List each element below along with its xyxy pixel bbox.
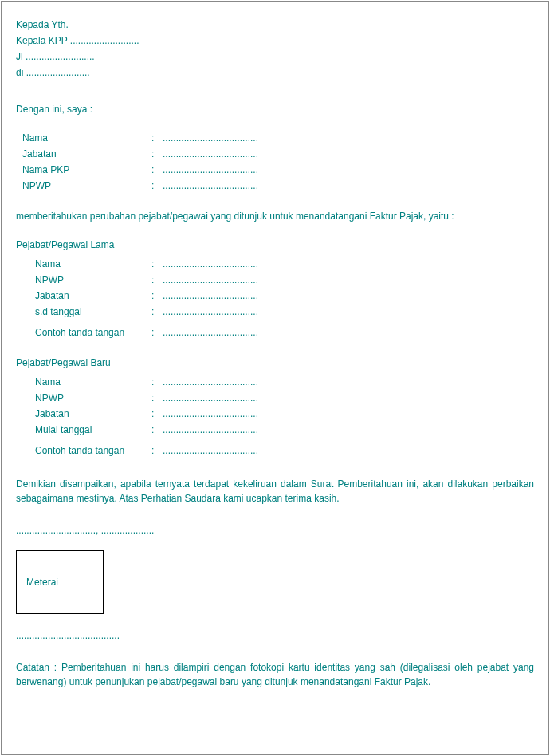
dots: .................................... [163,423,258,437]
label-ttd: Contoh tanda tangan [16,443,151,458]
dots: .................................... [163,131,258,145]
label-npwp: NPWP [16,273,151,287]
label-mulai: Mulai tanggal [16,423,151,437]
new-official-heading: Pejabat/Pegawai Baru [16,356,534,370]
colon: : [151,391,163,405]
dots: .................................... [163,163,258,177]
colon: : [151,131,163,145]
closing-paragraph: Demikian disampaikan, apabila ternyata t… [16,477,534,506]
field-row-jabatan: Jabatan : ..............................… [16,147,534,161]
label-jabatan: Jabatan [16,147,151,161]
catatan-note: Catatan : Pemberitahuan ini harus dilamp… [16,660,534,689]
dots: .................................... [163,147,258,161]
colon: : [151,163,163,177]
kepada-line: Kepada Yth. [16,18,534,32]
di-line: di ........................ [16,65,534,80]
colon: : [151,273,163,287]
new-row-ttd: Contoh tanda tangan : ..................… [16,443,534,458]
dots: .................................... [163,257,258,271]
label-sd: s.d tanggal [16,305,151,319]
label-nama: Nama [16,131,151,145]
colon: : [151,407,163,421]
dots: .................................... [163,325,258,340]
label-jabatan: Jabatan [16,407,151,421]
jl-line: Jl .......................... [16,49,534,64]
date-place-line: .............................., ........… [16,523,534,537]
colon: : [151,375,163,389]
dots: .................................... [163,375,258,389]
dots: .................................... [163,305,258,319]
intro-line: Dengan ini, saya : [16,102,534,116]
kepala-kpp-line: Kepala KPP .......................... [16,33,534,48]
signature-dots: ....................................... [16,628,534,643]
field-row-nama-pkp: Nama PKP : .............................… [16,163,534,177]
dots: .................................... [163,443,258,458]
meterai-box: Meterai [16,550,104,614]
dots: .................................... [163,273,258,287]
old-row-sd-tanggal: s.d tanggal : ..........................… [16,305,534,319]
colon: : [151,423,163,437]
field-row-nama: Nama : .................................… [16,131,534,145]
old-row-jabatan: Jabatan : ..............................… [16,289,534,303]
dots: .................................... [163,179,258,193]
dots: .................................... [163,289,258,303]
new-row-npwp: NPWP : .................................… [16,391,534,405]
old-row-npwp: NPWP : .................................… [16,273,534,287]
new-row-jabatan: Jabatan : ..............................… [16,407,534,421]
field-row-npwp: NPWP : .................................… [16,179,534,193]
label-ttd: Contoh tanda tangan [16,325,151,340]
new-row-mulai-tanggal: Mulai tanggal : ........................… [16,423,534,437]
dots: .................................... [163,391,258,405]
old-row-nama: Nama : .................................… [16,257,534,271]
colon: : [151,289,163,303]
colon: : [151,179,163,193]
notify-sentence: memberitahukan perubahan pejabat/pegawai… [16,209,534,223]
colon: : [151,147,163,161]
new-row-nama: Nama : .................................… [16,375,534,389]
label-npwp: NPWP [16,391,151,405]
meterai-label: Meterai [26,575,58,589]
colon: : [151,443,163,458]
addressee-block: Kepada Yth. Kepala KPP .................… [16,18,534,80]
label-nama: Nama [16,257,151,271]
label-jabatan: Jabatan [16,289,151,303]
old-row-ttd: Contoh tanda tangan : ..................… [16,325,534,340]
label-nama: Nama [16,375,151,389]
old-official-heading: Pejabat/Pegawai Lama [16,238,534,252]
colon: : [151,257,163,271]
dots: .................................... [163,407,258,421]
colon: : [151,325,163,340]
colon: : [151,305,163,319]
label-nama-pkp: Nama PKP [16,163,151,177]
label-npwp: NPWP [16,179,151,193]
document-page: Kepada Yth. Kepala KPP .................… [1,1,549,755]
